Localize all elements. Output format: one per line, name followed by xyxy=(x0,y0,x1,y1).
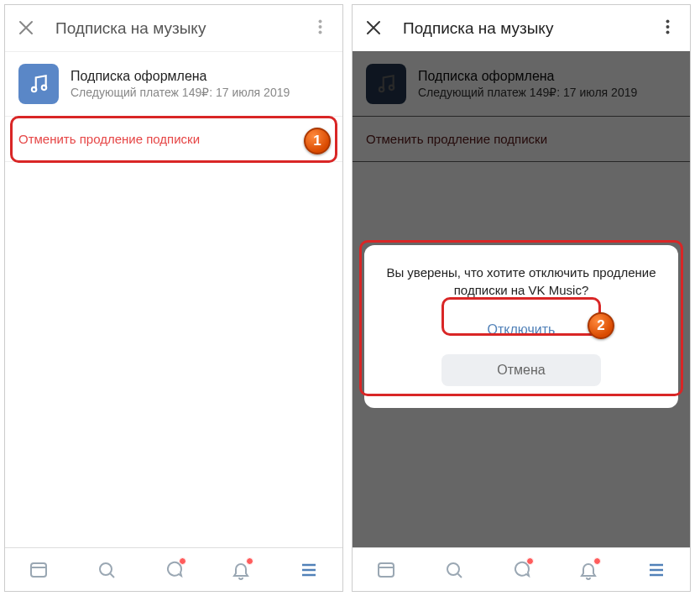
content: Подписка оформлена Следующий платеж 149₽… xyxy=(353,52,690,547)
nav-search-icon[interactable] xyxy=(96,559,118,581)
more-icon[interactable] xyxy=(659,13,676,44)
nav-messages-icon[interactable] xyxy=(163,559,185,581)
card-subtitle: Следующий платеж 149₽: 17 июля 2019 xyxy=(71,86,329,99)
svg-point-7 xyxy=(100,563,112,575)
svg-rect-17 xyxy=(379,563,394,577)
dialog-confirm-button[interactable]: Отключить xyxy=(441,314,601,346)
badge-dot xyxy=(246,557,253,565)
svg-point-14 xyxy=(666,30,670,34)
badge-dot xyxy=(179,557,186,565)
dialog-message: Вы уверены, что хотите отключить продлен… xyxy=(381,264,661,299)
svg-point-1 xyxy=(319,25,322,29)
badge-dot xyxy=(526,557,534,565)
page-title: Подписка на музыку xyxy=(55,19,311,38)
nav-notifications-icon[interactable] xyxy=(230,559,252,581)
nav-news-icon[interactable] xyxy=(375,559,397,581)
svg-point-12 xyxy=(666,19,670,23)
svg-point-3 xyxy=(32,87,36,91)
card-text: Подписка оформлена Следующий платеж 149₽… xyxy=(71,69,329,99)
svg-point-0 xyxy=(319,19,322,23)
cancel-subscription-button[interactable]: Отменить продление подписки xyxy=(5,117,342,162)
svg-line-8 xyxy=(110,573,114,578)
svg-rect-5 xyxy=(31,563,46,577)
svg-point-13 xyxy=(666,25,670,29)
close-icon[interactable] xyxy=(366,20,383,37)
header: Подписка на музыку xyxy=(5,5,342,52)
nav-menu-icon[interactable] xyxy=(645,559,667,581)
bottom-nav xyxy=(5,547,342,591)
confirm-dialog: Вы уверены, что хотите отключить продлен… xyxy=(364,245,678,408)
header: Подписка на музыку xyxy=(353,5,690,52)
bottom-nav xyxy=(353,547,690,591)
close-icon[interactable] xyxy=(18,20,35,37)
nav-messages-icon[interactable] xyxy=(510,559,532,581)
nav-notifications-icon[interactable] xyxy=(577,559,599,581)
svg-point-19 xyxy=(447,563,459,575)
svg-line-20 xyxy=(457,573,462,578)
page-title: Подписка на музыку xyxy=(403,19,659,38)
badge-dot xyxy=(593,557,601,565)
more-icon[interactable] xyxy=(311,13,329,44)
svg-point-2 xyxy=(319,30,322,34)
nav-news-icon[interactable] xyxy=(28,559,50,581)
screen-right: Подписка на музыку Подписка оформлена Сл… xyxy=(352,4,691,592)
content: Подписка оформлена Следующий платеж 149₽… xyxy=(5,52,342,547)
screen-left: Подписка на музыку Подписка оформлена Сл… xyxy=(4,4,343,592)
dialog-cancel-button[interactable]: Отмена xyxy=(441,354,601,386)
svg-point-4 xyxy=(42,86,46,90)
card-title: Подписка оформлена xyxy=(71,69,329,84)
nav-menu-icon[interactable] xyxy=(298,559,320,581)
nav-search-icon[interactable] xyxy=(443,559,465,581)
music-icon xyxy=(18,64,59,104)
subscription-card: Подписка оформлена Следующий платеж 149₽… xyxy=(5,52,342,117)
